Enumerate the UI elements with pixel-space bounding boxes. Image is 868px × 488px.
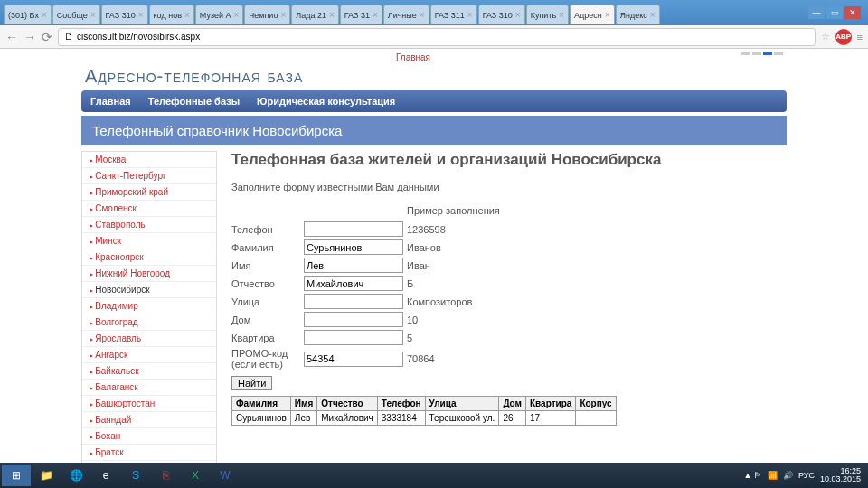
maximize-button[interactable]: ▭	[826, 6, 843, 19]
tray-flag-icon[interactable]: ▲ 🏳	[744, 471, 762, 480]
tray-network-icon[interactable]: 📶	[768, 471, 778, 480]
browser-tab[interactable]: ГАЗ 311×	[430, 5, 477, 24]
sidebar-city-item[interactable]: Владимир	[82, 298, 216, 314]
ex-apt: 5	[407, 333, 412, 343]
tab-close-icon[interactable]: ×	[138, 10, 144, 20]
minimize-button[interactable]: —	[808, 6, 825, 19]
sidebar-city-item[interactable]: Минск	[82, 233, 216, 249]
ex-patr: Б	[407, 278, 413, 289]
tray-sound-icon[interactable]: 🔊	[783, 471, 793, 480]
forward-button[interactable]: →	[24, 30, 36, 44]
input-phone[interactable]	[304, 221, 403, 237]
browser-tab[interactable]: ГАЗ 310×	[101, 5, 148, 24]
th-phone: Телефон	[377, 397, 425, 411]
nav-legal[interactable]: Юридическая консультация	[257, 96, 395, 107]
browser-tab[interactable]: Чемпио×	[244, 5, 290, 24]
page-title: Телефонная база жителей и организаций Но…	[231, 151, 772, 169]
tab-close-icon[interactable]: ×	[90, 10, 96, 20]
browser-tab[interactable]: ГАЗ 310×	[478, 5, 525, 24]
start-button[interactable]: ⊞	[2, 465, 31, 486]
sidebar-city-item[interactable]: Санкт-Петербург	[82, 168, 216, 184]
browser-tab[interactable]: Адресн×	[570, 5, 615, 24]
browser-tab[interactable]: Музей А×	[195, 5, 244, 24]
ex-street: Композиторов	[407, 296, 472, 307]
nav-home[interactable]: Главная	[90, 96, 131, 107]
sidebar-city-item[interactable]: Башкортостан	[82, 396, 216, 412]
tab-close-icon[interactable]: ×	[467, 10, 473, 20]
menu-icon[interactable]: ≡	[857, 32, 863, 42]
sidebar-city-item[interactable]: Красноярск	[82, 249, 216, 266]
input-patr[interactable]	[304, 276, 403, 291]
sidebar-city-item[interactable]: Нижний Новгород	[82, 266, 216, 282]
find-button[interactable]: Найти	[231, 376, 272, 390]
page-viewport: Главная Адресно-телефонная база Главная …	[0, 49, 868, 475]
input-street[interactable]	[304, 294, 403, 309]
task-explorer[interactable]: 📁	[32, 465, 61, 486]
sidebar-city-item[interactable]: Балаганск	[82, 380, 216, 396]
th-house: Дом	[499, 397, 526, 411]
reload-button[interactable]: ⟳	[42, 30, 52, 44]
form-instruction: Заполните форму известными Вам данными	[231, 182, 772, 192]
tray-date: 10.03.2015	[820, 474, 861, 483]
bookmark-icon[interactable]: ☆	[821, 31, 830, 42]
home-link[interactable]: Главная	[396, 52, 430, 62]
sidebar-city-item[interactable]: Ставрополь	[82, 217, 216, 233]
task-chrome[interactable]: 🌐	[61, 465, 90, 486]
sidebar-city-item[interactable]: Смоленск	[82, 201, 216, 217]
browser-tab[interactable]: Купить×	[526, 5, 569, 24]
tab-close-icon[interactable]: ×	[280, 10, 286, 20]
tab-close-icon[interactable]: ×	[42, 10, 47, 20]
close-button[interactable]: ✕	[844, 6, 861, 19]
browser-tab[interactable]: код нов×	[149, 5, 194, 24]
sidebar-city-item[interactable]: Ярославль	[82, 331, 216, 347]
th-street: Улица	[425, 397, 499, 411]
task-skype[interactable]: S	[121, 465, 150, 486]
sidebar-city-item[interactable]: Ангарск	[82, 347, 216, 363]
tab-close-icon[interactable]: ×	[420, 10, 425, 20]
main-nav: Главная Телефонные базы Юридическая конс…	[81, 90, 787, 112]
sidebar-city-item[interactable]: Новосибирск	[82, 282, 216, 298]
tab-close-icon[interactable]: ×	[559, 10, 564, 20]
sidebar-city-item[interactable]: Приморский край	[82, 184, 216, 201]
input-apt[interactable]	[304, 330, 403, 345]
tab-close-icon[interactable]: ×	[373, 10, 378, 20]
browser-tab[interactable]: (301) Вх×	[4, 5, 52, 24]
label-apt: Квартира	[231, 333, 304, 343]
sidebar-city-item[interactable]: Москва	[82, 152, 216, 168]
site-logo: Адресно-телефонная база	[81, 62, 787, 90]
tab-close-icon[interactable]: ×	[650, 10, 656, 20]
browser-tab[interactable]: ГАЗ 31×	[340, 5, 382, 24]
task-ie[interactable]: e	[91, 465, 120, 486]
task-pdf[interactable]: ⎘	[151, 465, 180, 486]
sidebar-city-item[interactable]: Баяндай	[82, 412, 216, 428]
sidebar-city-item[interactable]: Бохан	[82, 428, 216, 445]
browser-tab[interactable]: Сообще×	[52, 5, 100, 24]
tab-close-icon[interactable]: ×	[233, 10, 239, 20]
input-promo[interactable]	[304, 352, 403, 367]
back-button[interactable]: ←	[5, 30, 18, 44]
table-row: Сурьянинов Лев Михайлович 3333184 Терешк…	[232, 411, 617, 426]
task-word[interactable]: W	[211, 465, 240, 486]
sidebar-city-item[interactable]: Волгоград	[82, 314, 216, 331]
input-house[interactable]	[304, 312, 403, 327]
abp-icon[interactable]: ABP	[835, 29, 852, 45]
nav-phonedb[interactable]: Телефонные базы	[148, 96, 240, 107]
system-tray: ▲ 🏳 📶 🔊 РУС 16:2510.03.2015	[744, 467, 867, 483]
sidebar-city-item[interactable]: Братск	[82, 445, 216, 461]
url-input[interactable]: 🗋 cisconsult.biz/novosibirsk.aspx	[58, 28, 816, 46]
tab-close-icon[interactable]: ×	[184, 10, 190, 20]
tab-close-icon[interactable]: ×	[329, 10, 335, 20]
th-name: Имя	[290, 397, 316, 411]
tab-close-icon[interactable]: ×	[605, 10, 610, 20]
tray-lang[interactable]: РУС	[798, 471, 815, 480]
tab-close-icon[interactable]: ×	[515, 10, 521, 20]
browser-tab[interactable]: Яндекс×	[616, 5, 660, 24]
browser-tab[interactable]: Личные×	[383, 5, 429, 24]
browser-tab[interactable]: Лада 21×	[291, 5, 339, 24]
input-name[interactable]	[304, 258, 403, 273]
input-surname[interactable]	[304, 239, 403, 255]
sidebar-city-item[interactable]: Байкальск	[82, 363, 216, 380]
page-indicator	[741, 52, 783, 62]
task-excel[interactable]: X	[181, 465, 210, 486]
page-icon: 🗋	[64, 32, 73, 42]
